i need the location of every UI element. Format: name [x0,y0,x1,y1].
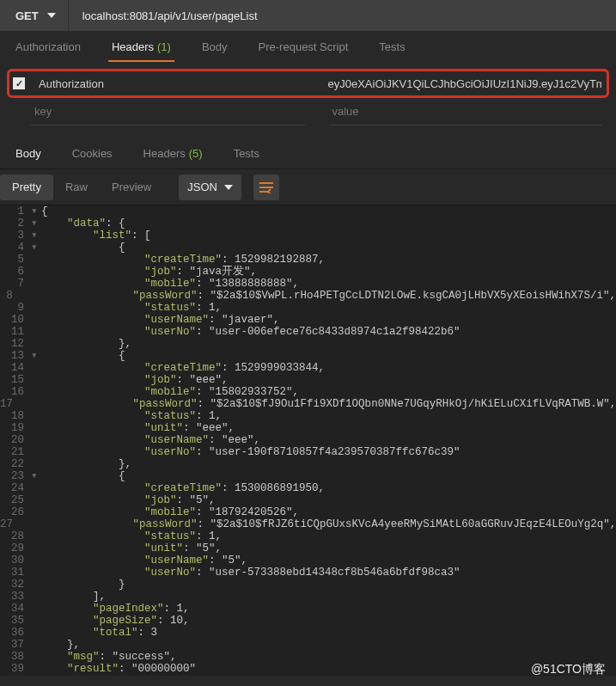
code-line: 9 "status": 1, [0,302,616,314]
code-line: 39 "result": "00000000" [0,663,616,675]
code-line: 3▾ "list": [ [0,230,616,242]
code-line: 16 "mobile": "15802933752", [0,386,616,398]
code-line: 4▾ { [0,242,616,254]
code-line: 38 "msg": "success", [0,651,616,663]
method-selector[interactable]: GET [0,0,69,31]
view-bar: Pretty Raw Preview JSON [0,168,616,205]
header-row-0: ✓ [7,69,609,98]
view-mode-segment: Pretty Raw Preview [0,175,163,200]
request-tabs: Authorization Headers (1) Body Pre-reque… [0,31,616,62]
header-value-placeholder[interactable] [329,98,603,125]
code-line: 20 "userName": "eee", [0,434,616,446]
code-line: 15 "job": "eee", [0,374,616,386]
tab-prerequest[interactable]: Pre-request Script [243,31,364,62]
tab-headers[interactable]: Headers (1) [96,31,186,62]
code-line: 2▾ "data": { [0,217,616,230]
code-line: 26 "mobile": "18792420526", [0,506,616,518]
header-key-input[interactable] [34,72,318,95]
headers-table: ✓ [0,62,616,129]
code-line: 18 "status": 1, [0,410,616,422]
code-line: 35 "pageSize": 10, [0,615,616,627]
code-line: 11 "userNo": "user-006efece76c8433d8974c… [0,326,616,338]
tab-body[interactable]: Body [186,31,243,62]
code-line: 24 "createTime": 1530086891950, [0,482,616,494]
code-line: 28 "status": 1, [0,530,616,542]
code-line: 23▾ { [0,470,616,482]
code-line: 34 "pageIndex": 1, [0,603,616,615]
format-label: JSON [187,181,217,193]
res-tab-tests[interactable]: Tests [218,138,275,168]
res-tab-headers[interactable]: Headers (5) [128,138,218,168]
header-row-checkbox[interactable]: ✓ [13,77,25,89]
code-line: 30 "userName": "5", [0,554,616,567]
watermark: @51CTO博客 [531,662,606,677]
res-tab-body[interactable]: Body [0,138,57,168]
method-label: GET [15,9,39,22]
code-line: 5 "createTime": 1529982192887, [0,254,616,266]
format-selector[interactable]: JSON [179,175,241,200]
code-line: 33 ], [0,591,616,603]
code-line: 17 "passWord": "$2a$10$fJ9Ou1Ffi9XDf1OQb… [0,398,616,410]
code-line: 37 }, [0,639,616,651]
headers-count: (1) [157,40,171,53]
chevron-down-icon [224,185,233,190]
wrap-icon [259,181,273,193]
code-line: 14 "createTime": 1529999033844, [0,362,616,374]
chevron-down-icon [47,13,56,18]
view-pretty[interactable]: Pretty [0,175,53,200]
code-line: 22 }, [0,458,616,470]
tab-tests[interactable]: Tests [363,31,420,62]
res-tab-cookies[interactable]: Cookies [57,138,128,168]
url-input[interactable] [69,0,616,31]
view-raw[interactable]: Raw [53,175,100,200]
tab-authorization[interactable]: Authorization [0,31,96,62]
code-line: 36 "total": 3 [0,627,616,639]
code-line: 6 "job": "java开发", [0,266,616,278]
request-bar: GET [0,0,616,31]
code-line: 21 "userNo": "user-190f8710857f4a2395703… [0,446,616,458]
code-line: 19 "unit": "eee", [0,422,616,434]
code-line: 7 "mobile": "13888888888", [0,278,616,290]
code-line: 29 "unit": "5", [0,542,616,554]
response-tabs: Body Cookies Headers (5) Tests [0,138,616,168]
code-line: 13▾ { [0,350,616,362]
code-line: 12 }, [0,338,616,350]
response-body[interactable]: 1▾{2▾ "data": {3▾ "list": [4▾ {5 "create… [0,205,616,676]
view-preview[interactable]: Preview [100,175,163,200]
code-line: 27 "passWord": "$2a$10$fRJZ6tiCQpGUxsKVc… [0,518,616,530]
header-new-row [7,98,609,126]
code-line: 31 "userNo": "user-573388ebd14348cf8b546… [0,567,616,579]
res-headers-count: (5) [189,147,203,160]
code-line: 8 "passWord": "$2a$10$VwPL.rHo4PETgCcLDT… [0,290,616,302]
code-line: 32 } [0,579,616,591]
header-value-input[interactable] [323,72,607,95]
wrap-lines-button[interactable] [253,175,279,200]
header-key-placeholder[interactable] [31,98,305,125]
code-line: 1▾{ [0,205,616,217]
code-line: 25 "job": "5", [0,494,616,506]
code-line: 10 "userName": "javaer", [0,314,616,326]
